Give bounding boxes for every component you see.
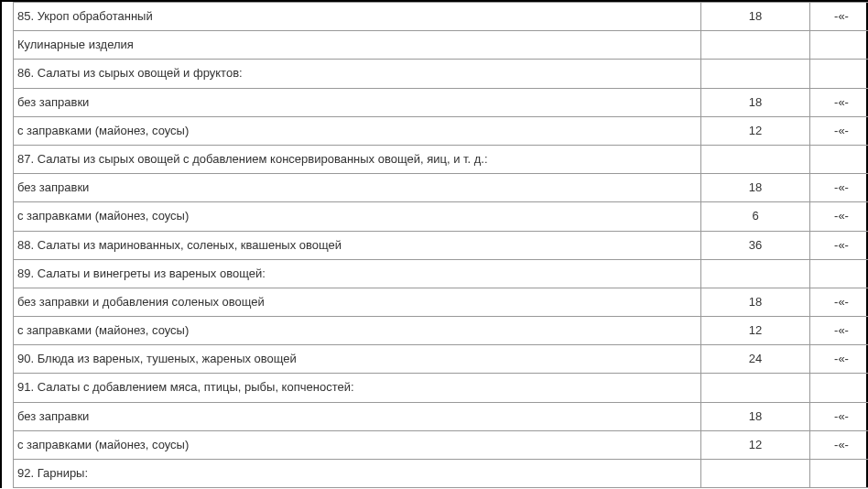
cell-hours: [701, 145, 810, 173]
cell-ditto: -«-: [810, 202, 869, 231]
cell-name: с заправками (майонез, соусы): [14, 430, 701, 459]
table-row: с заправками (майонез, соусы)12-«-: [14, 317, 869, 345]
cell-hours: 18: [701, 3, 810, 31]
cell-hours: 36: [701, 231, 810, 259]
cell-ditto: -«-: [810, 288, 869, 316]
table-row: 88. Салаты из маринованных, соленых, ква…: [14, 231, 869, 259]
cell-ditto: -«-: [810, 3, 869, 31]
cell-name: 88. Салаты из маринованных, соленых, ква…: [14, 231, 701, 259]
cell-ditto: -«-: [810, 430, 869, 459]
cell-name: 92. Гарниры:: [14, 460, 701, 488]
cell-name: с заправками (майонез, соусы): [14, 202, 701, 231]
cell-name: без заправки: [14, 402, 701, 430]
table-row: Кулинарные изделия: [14, 31, 869, 60]
document-page: 85. Укроп обработанный18-«-Кулинарные из…: [0, 0, 868, 488]
table-row: без заправки18-«-: [14, 88, 869, 116]
cell-hours: [701, 60, 810, 88]
cell-name: с заправками (майонез, соусы): [14, 317, 701, 345]
cell-ditto: -«-: [810, 174, 869, 202]
cell-ditto: [810, 259, 869, 288]
cell-hours: 12: [701, 430, 810, 459]
cell-ditto: [810, 374, 869, 402]
cell-ditto: -«-: [810, 116, 869, 145]
cell-hours: [701, 259, 810, 288]
table-row: 87. Салаты из сырых овощей с добавлением…: [14, 145, 869, 173]
table-row: без заправки и добавления соленых овощей…: [14, 288, 869, 316]
cell-hours: 12: [701, 317, 810, 345]
cell-ditto: [810, 460, 869, 488]
cell-name: 85. Укроп обработанный: [14, 3, 701, 31]
cell-hours: [701, 31, 810, 60]
table-row: с заправками (майонез, соусы)12-«-: [14, 116, 869, 145]
table-row: без заправки18-«-: [14, 402, 869, 430]
cell-ditto: -«-: [810, 88, 869, 116]
cell-ditto: -«-: [810, 345, 869, 374]
cell-hours: [701, 374, 810, 402]
table-row: с заправками (майонез, соусы)12-«-: [14, 430, 869, 459]
table-row: 91. Салаты с добавлением мяса, птицы, ры…: [14, 374, 869, 402]
table-row: без заправки18-«-: [14, 174, 869, 202]
cell-name: без заправки: [14, 174, 701, 202]
table-row: 92. Гарниры:: [14, 460, 869, 488]
cell-name: 87. Салаты из сырых овощей с добавлением…: [14, 145, 701, 173]
table-row: 86. Салаты из сырых овощей и фруктов:: [14, 60, 869, 88]
cell-ditto: -«-: [810, 317, 869, 345]
cell-hours: 18: [701, 174, 810, 202]
table-row: 85. Укроп обработанный18-«-: [14, 3, 869, 31]
cell-hours: 18: [701, 288, 810, 316]
cell-hours: 18: [701, 88, 810, 116]
shelf-life-table: 85. Укроп обработанный18-«-Кулинарные из…: [13, 2, 868, 488]
cell-name: 91. Салаты с добавлением мяса, птицы, ры…: [14, 374, 701, 402]
cell-name: 86. Салаты из сырых овощей и фруктов:: [14, 60, 701, 88]
cell-hours: 6: [701, 202, 810, 231]
cell-hours: 12: [701, 116, 810, 145]
table-row: 90. Блюда из вареных, тушеных, жареных о…: [14, 345, 869, 374]
cell-hours: 24: [701, 345, 810, 374]
cell-name: без заправки: [14, 88, 701, 116]
table-body: 85. Укроп обработанный18-«-Кулинарные из…: [14, 3, 869, 488]
table-row: 89. Салаты и винегреты из вареных овощей…: [14, 259, 869, 288]
cell-hours: 18: [701, 402, 810, 430]
cell-ditto: [810, 145, 869, 173]
cell-ditto: -«-: [810, 231, 869, 259]
cell-name: 90. Блюда из вареных, тушеных, жареных о…: [14, 345, 701, 374]
cell-ditto: [810, 31, 869, 60]
cell-hours: [701, 460, 810, 488]
table-row: с заправками (майонез, соусы)6-«-: [14, 202, 869, 231]
cell-name: 89. Салаты и винегреты из вареных овощей…: [14, 259, 701, 288]
cell-ditto: -«-: [810, 402, 869, 430]
cell-name: с заправками (майонез, соусы): [14, 116, 701, 145]
cell-name: без заправки и добавления соленых овощей: [14, 288, 701, 316]
cell-name: Кулинарные изделия: [14, 31, 701, 60]
cell-ditto: [810, 60, 869, 88]
